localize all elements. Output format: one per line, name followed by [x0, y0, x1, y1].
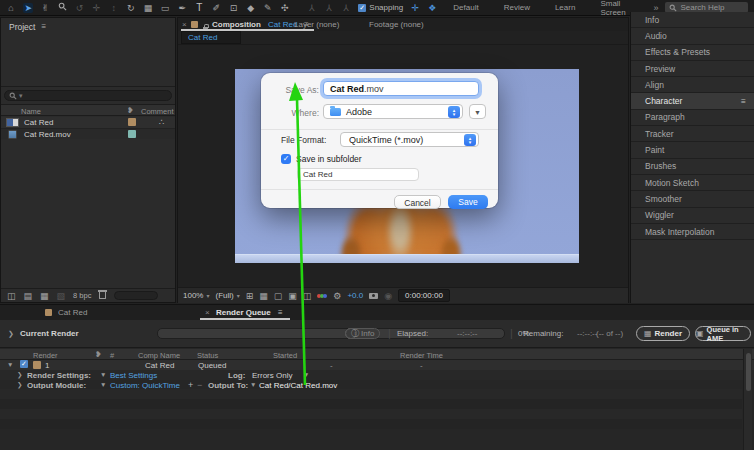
region-of-interest-icon[interactable]: ▢	[274, 291, 283, 301]
dropdown-chevron-icon[interactable]: ▼	[250, 381, 256, 388]
exposure-value[interactable]: +0.0	[347, 291, 363, 300]
cancel-button[interactable]: Cancel	[394, 195, 441, 209]
panel-menu-icon[interactable]: ≡	[741, 96, 746, 106]
sidebar-item-paragraph[interactable]: Paragraph	[631, 110, 754, 126]
sidebar-item-preview[interactable]: Preview	[631, 61, 754, 77]
show-rulers-icon[interactable]: ▦	[259, 291, 268, 301]
tab-composition-name[interactable]: Cat Red	[268, 20, 297, 29]
add-output-module-icon[interactable]: +	[188, 380, 193, 390]
home-icon[interactable]: ⌂	[6, 3, 16, 13]
tab-footage[interactable]: Footage (none)	[369, 20, 424, 29]
render-checkbox[interactable]: ✓	[20, 360, 28, 368]
queue-scrollbar-thumb[interactable]	[746, 353, 751, 391]
filename-input[interactable]: Cat Red.mov	[323, 81, 479, 96]
sidebar-item-align[interactable]: Align	[631, 77, 754, 93]
render-info-button[interactable]: ⓘInfo	[345, 328, 380, 339]
zoom-tool-icon[interactable]	[57, 2, 67, 13]
label-color-chip[interactable]	[128, 130, 136, 138]
pen-tool-icon[interactable]: ✒	[177, 3, 187, 13]
subfolder-name-input[interactable]: Cat Red	[297, 168, 419, 181]
workspace-tab-review[interactable]: Review	[495, 3, 539, 12]
new-folder-icon[interactable]: ▤	[24, 291, 33, 301]
delete-icon[interactable]	[99, 292, 106, 299]
resolution-gear-icon[interactable]: ⚙	[333, 291, 341, 301]
sidebar-item-smoother[interactable]: Smoother	[631, 191, 754, 207]
puppet-pin-tool-icon[interactable]: ✣	[280, 3, 290, 13]
save-in-subfolder-checkbox[interactable]: ✓ Save in subfolder	[281, 154, 362, 164]
panel-menu-icon[interactable]: ≡	[278, 308, 283, 317]
dropdown-chevron-icon[interactable]: ▼	[100, 371, 106, 378]
eraser-tool-icon[interactable]: ◆	[246, 3, 256, 13]
new-composition-icon[interactable]: ▦	[40, 291, 49, 301]
expand-dialog-button[interactable]: ▼	[469, 104, 486, 119]
snapshot-camera-icon[interactable]	[369, 293, 378, 299]
snap-feature-icon[interactable]: ✛	[410, 3, 420, 13]
mask-visibility-icon[interactable]: ◫	[303, 291, 312, 301]
workspace-tab-learn[interactable]: Learn	[546, 3, 584, 12]
type-tool-icon[interactable]: T	[194, 3, 204, 13]
column-name[interactable]: Name	[21, 107, 41, 116]
clone-stamp-tool-icon[interactable]: ⊡	[228, 3, 238, 13]
column-comment[interactable]: Comment	[141, 107, 174, 116]
roto-brush-tool-icon[interactable]: ✎	[263, 3, 273, 13]
queue-in-ame-button[interactable]: ▣Queue in AME	[695, 326, 751, 341]
sidebar-item-character[interactable]: Character≡	[631, 93, 754, 109]
comp-subtab[interactable]: Cat Red	[181, 31, 241, 44]
sidebar-item-brushes[interactable]: Brushes	[631, 159, 754, 175]
sidebar-item-effects-presets[interactable]: Effects & Presets	[631, 45, 754, 61]
column-status[interactable]: Status	[197, 351, 218, 360]
label-color-column-icon[interactable]: ❥	[95, 350, 102, 359]
sidebar-item-wiggler[interactable]: Wiggler	[631, 208, 754, 224]
tab-render-queue[interactable]: Render Queue	[216, 308, 271, 317]
queue-row[interactable]: ▼ ✓ 1 Cat Red Queued - -	[0, 360, 754, 370]
dropdown-chevron-icon[interactable]: ▼	[303, 371, 309, 378]
collapse-chevron-icon[interactable]: ❯	[8, 330, 14, 338]
workspace-tab-default[interactable]: Default	[444, 3, 487, 12]
where-dropdown[interactable]: Adobe ▴▾	[323, 104, 463, 119]
sidebar-item-audio[interactable]: Audio	[631, 28, 754, 44]
panel-menu-icon[interactable]: ≡	[41, 22, 46, 32]
snap-bounds-icon[interactable]: ❖	[427, 3, 437, 13]
save-button[interactable]: Save	[448, 195, 488, 209]
resolution-dropdown[interactable]: (Full)▾	[215, 291, 239, 300]
selection-tool-icon[interactable]: ➤	[23, 3, 33, 13]
render-button[interactable]: ▦Render	[636, 326, 690, 341]
tab-timeline-cat-red[interactable]: Cat Red	[58, 308, 87, 317]
adjustment-icon[interactable]: ▧	[57, 291, 66, 301]
timecode-display[interactable]: 0:00:00:00	[398, 289, 450, 302]
rotation-tool-icon[interactable]: ↻	[126, 3, 136, 13]
project-item-cat-red[interactable]: Cat Red ∴	[1, 117, 175, 128]
column-started[interactable]: Started	[273, 351, 297, 360]
sidebar-item-info[interactable]: Info	[631, 12, 754, 28]
project-search-input[interactable]: ▾	[4, 90, 172, 101]
dropdown-chevron-icon[interactable]: ▼	[100, 381, 106, 388]
remove-output-module-icon[interactable]: −	[197, 380, 202, 390]
snapping-toggle[interactable]: ✓ Snapping	[358, 3, 403, 12]
sidebar-item-mask-interpolation[interactable]: Mask Interpolation	[631, 224, 754, 240]
queue-scrollbar-track[interactable]	[743, 349, 752, 450]
tab-layer[interactable]: Layer (none)	[294, 20, 339, 29]
transparency-grid-icon[interactable]: ▣	[288, 291, 297, 301]
choose-grid-icon[interactable]: ⊞	[246, 291, 254, 301]
column-render-time[interactable]: Render Time	[400, 351, 443, 360]
mask-rect-tool-icon[interactable]: ▭	[160, 3, 170, 13]
sidebar-item-paint[interactable]: Paint	[631, 142, 754, 158]
sidebar-item-tracker[interactable]: Tracker	[631, 126, 754, 142]
column-number[interactable]: #	[110, 351, 114, 360]
row-label-chip[interactable]	[33, 361, 41, 369]
close-icon[interactable]: ×	[205, 308, 210, 317]
bit-depth-label[interactable]: 8 bpc	[73, 291, 91, 300]
hand-tool-icon[interactable]: ✌	[40, 3, 50, 13]
column-comp-name[interactable]: Comp Name	[138, 351, 180, 360]
tab-composition[interactable]: Composition	[212, 20, 261, 29]
sidebar-item-motion-sketch[interactable]: Motion Sketch	[631, 175, 754, 191]
workspace-overflow-icon[interactable]: »	[653, 3, 658, 13]
close-icon[interactable]: ×	[182, 20, 187, 29]
expand-row-chevron-icon[interactable]: ▼	[7, 361, 13, 368]
project-item-cat-red-mov[interactable]: Cat Red.mov	[1, 128, 175, 139]
column-render[interactable]: Render	[33, 351, 58, 360]
magnification-dropdown[interactable]: 100%▾	[183, 291, 209, 300]
expand-chevron-icon[interactable]: ❯	[17, 371, 22, 379]
label-color-chip[interactable]	[128, 118, 136, 126]
label-color-column-icon[interactable]: ❥	[127, 106, 134, 115]
